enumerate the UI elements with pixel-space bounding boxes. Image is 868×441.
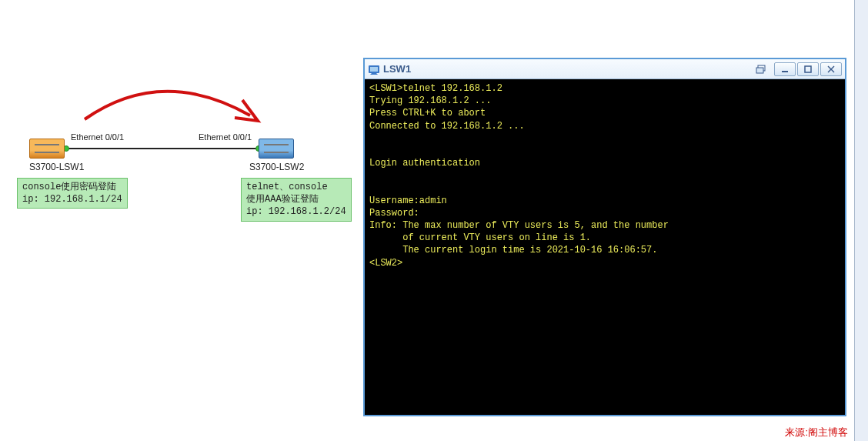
terminal-output[interactable]: <LSW1>telnet 192.168.1.2 Trying 192.168.… xyxy=(365,79,845,415)
watermark-text: 来源:阁主博客 xyxy=(785,426,848,439)
restore-down-icon[interactable] xyxy=(754,63,768,75)
terminal-title: LSW1 xyxy=(383,63,754,75)
switch-label: S3700-LSW2 xyxy=(249,162,304,172)
switch-s3700-lsw2[interactable]: S3700-LSW2 xyxy=(259,139,304,172)
ethernet-link xyxy=(65,148,259,149)
maximize-button[interactable] xyxy=(797,62,819,76)
terminal-app-icon xyxy=(368,63,380,75)
minimize-button[interactable] xyxy=(774,62,796,76)
close-button[interactable] xyxy=(820,62,842,76)
svg-rect-1 xyxy=(370,67,378,72)
switch-icon xyxy=(259,139,294,159)
note-lsw1: console使用密码登陆 ip: 192.168.1.1/24 xyxy=(17,178,128,209)
port-label-right: Ethernet 0/0/1 xyxy=(199,132,252,142)
terminal-window-lsw1[interactable]: LSW1 <LSW1>telnet 192.168.1.2 Trying 192… xyxy=(363,58,846,416)
svg-rect-5 xyxy=(805,66,811,72)
terminal-titlebar[interactable]: LSW1 xyxy=(365,59,845,79)
switch-label: S3700-LSW1 xyxy=(29,162,84,172)
note-lsw2: telnet、console 使用AAA验证登陆 ip: 192.168.1.2… xyxy=(241,178,352,222)
switch-icon xyxy=(29,139,65,159)
window-right-border xyxy=(854,0,868,441)
switch-s3700-lsw1[interactable]: S3700-LSW1 xyxy=(29,139,84,172)
svg-rect-3 xyxy=(756,68,763,73)
